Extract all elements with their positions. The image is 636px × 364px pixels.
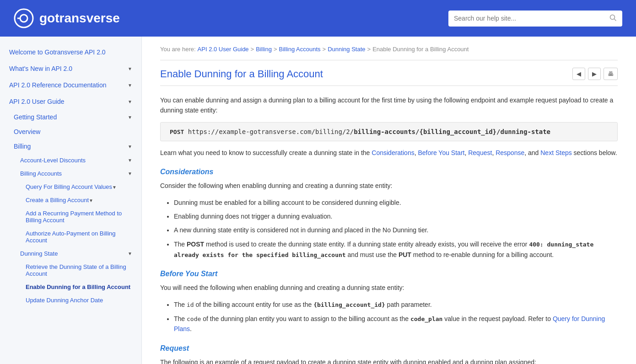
breadcrumb-link[interactable]: Enable Dunning for a Billing Account [372,46,469,53]
sidebar-item-label: Authorize Auto-Payment on Billing Accoun… [26,230,116,244]
breadcrumb-prefix: You are here: [160,46,196,53]
sidebar-item-label: Retrieve the Dunning State of a Billing … [26,263,126,277]
header: gotransverse [0,0,636,37]
before-you-start-intro: You will need the following when enablin… [160,283,618,293]
breadcrumb-link[interactable]: Dunning State [328,46,365,53]
nav-back-button[interactable]: ◀ [572,68,585,80]
sidebar-item-label: Getting Started [14,113,57,121]
sidebar-item-label: Billing Accounts [20,170,62,177]
breadcrumb-link[interactable]: API 2.0 User Guide [198,46,249,53]
endpoint-block: POST https://example-gotransverse.com/bi… [160,122,618,141]
query-dunning-plans-link[interactable]: Query for Dunning Plans [174,315,605,333]
content: You can enable dunning and assign a dunn… [160,95,618,364]
sidebar-item[interactable]: API 2.0 Reference Documentation▼ [0,77,141,93]
search-box[interactable] [448,11,622,27]
chevron-down-icon: ▼ [112,185,117,190]
request-link[interactable]: Request [468,149,492,156]
chevron-down-icon: ▼ [128,99,132,104]
sidebar-item-label: Create a Billing Account [26,197,89,203]
sidebar-item[interactable]: Welcome to Gotransverse API 2.0 [0,44,141,60]
sidebar-item-label: Dunning State [20,250,58,257]
sidebar-item[interactable]: Dunning State▼ [0,247,141,260]
sidebar-item-label: Billing [14,143,31,150]
before-you-start-list: The id of the billing account entity for… [174,300,618,334]
sidebar-item-label: Welcome to Gotransverse API 2.0 [9,48,106,56]
sidebar-item[interactable]: API 2.0 User Guide▼ [0,93,141,110]
list-item: The id of the billing account entity for… [174,300,618,310]
breadcrumb-separator: > [323,46,326,53]
sidebar-item[interactable]: Authorize Auto-Payment on Billing Accoun… [0,227,141,247]
svg-point-1 [20,15,27,22]
logo-text: gotransverse [39,11,120,26]
considerations-heading: Considerations [160,168,618,176]
title-bar: Enable Dunning for a Billing Account ◀ ▶… [160,68,618,86]
list-item: Dunning must be enabled for a billing ac… [174,198,618,208]
endpoint-method: POST [170,128,184,135]
chevron-down-icon: ▼ [128,83,132,88]
request-heading: Request [160,344,618,353]
sidebar-item-label: Add a Recurring Payment Method to Billin… [26,210,122,224]
sidebar-item[interactable]: Add a Recurring Payment Method to Billin… [0,207,141,227]
search-input[interactable] [454,15,606,22]
breadcrumb-link[interactable]: Billing [256,46,272,53]
logo-icon [14,8,34,28]
sidebar-item-label: Update Dunning Anchor Date [26,297,103,304]
sidebar: Welcome to Gotransverse API 2.0What's Ne… [0,37,142,364]
main-content: You are here: API 2.0 User Guide > Billi… [142,37,636,364]
nav-forward-button[interactable]: ▶ [588,68,601,80]
sidebar-item[interactable]: Getting Started▼ [0,110,141,124]
before-you-start-heading: Before You Start [160,270,618,278]
sidebar-item-label: Overview [14,128,40,135]
title-actions: ◀ ▶ 🖶 [572,68,618,80]
sidebar-item[interactable]: Enable Dunning for a Billing Account [0,280,141,294]
considerations-intro: Consider the following when enabling dun… [160,181,618,191]
chevron-down-icon: ▼ [89,198,93,203]
considerations-list: Dunning must be enabled for a billing ac… [174,198,618,260]
sidebar-item-label: What's New in API 2.0 [9,65,72,72]
sidebar-item[interactable]: Query For Billing Account Values▼ [0,180,141,193]
page-title: Enable Dunning for a Billing Account [160,68,323,80]
breadcrumb: You are here: API 2.0 User Guide > Billi… [160,46,618,53]
intro-paragraph: You can enable dunning and assign a dunn… [160,95,618,116]
list-item: A new dunning state entity is considered… [174,225,618,235]
response-link[interactable]: Response [496,149,524,156]
print-button[interactable]: 🖶 [604,68,618,80]
sidebar-item[interactable]: Create a Billing Account▼ [0,193,141,207]
sidebar-item[interactable]: Retrieve the Dunning State of a Billing … [0,260,141,280]
list-item: The POST method is used to create the du… [174,239,618,260]
svg-point-3 [610,15,615,19]
request-intro: The following is an example of a request… [160,357,618,364]
chevron-down-icon: ▼ [128,115,132,120]
sidebar-item[interactable]: Update Dunning Anchor Date [0,294,141,307]
sidebar-item-label: Query For Billing Account Values [26,183,112,190]
sidebar-item-label: Enable Dunning for a Billing Account [26,284,130,290]
sidebar-item[interactable]: Overview [0,124,141,139]
chevron-down-icon: ▼ [128,66,132,71]
before-you-start-link[interactable]: Before You Start [418,149,464,156]
endpoint-url: https://example-gotransverse.com/billing… [188,128,550,135]
sidebar-item[interactable]: Account-Level Discounts▼ [0,154,141,167]
svg-line-4 [614,19,616,21]
next-steps-link[interactable]: Next Steps [540,149,571,156]
breadcrumb-separator: > [251,46,254,53]
considerations-link[interactable]: Considerations [372,149,414,156]
breadcrumb-separator: > [367,46,371,53]
logo-area: gotransverse [14,8,120,28]
sidebar-item[interactable]: Billing▼ [0,139,141,154]
sidebar-item-label: Account-Level Discounts [20,157,86,164]
list-item: The code of the dunning plan entity you … [174,314,618,334]
learn-text: Learn what you need to know to successfu… [160,148,618,158]
chevron-down-icon: ▼ [128,171,132,176]
layout: Welcome to Gotransverse API 2.0What's Ne… [0,37,636,364]
search-icon [609,14,617,23]
sidebar-item[interactable]: What's New in API 2.0▼ [0,60,141,77]
breadcrumb-separator: > [274,46,277,53]
chevron-down-icon: ▼ [128,158,132,163]
sidebar-item-label: API 2.0 User Guide [9,98,65,105]
breadcrumb-link[interactable]: Billing Accounts [279,46,320,53]
list-item: Enabling dunning does not trigger a dunn… [174,211,618,221]
chevron-down-icon: ▼ [128,144,132,149]
sidebar-item[interactable]: Billing Accounts▼ [0,167,141,180]
sidebar-item-label: API 2.0 Reference Documentation [9,81,106,89]
chevron-down-icon: ▼ [128,251,132,256]
